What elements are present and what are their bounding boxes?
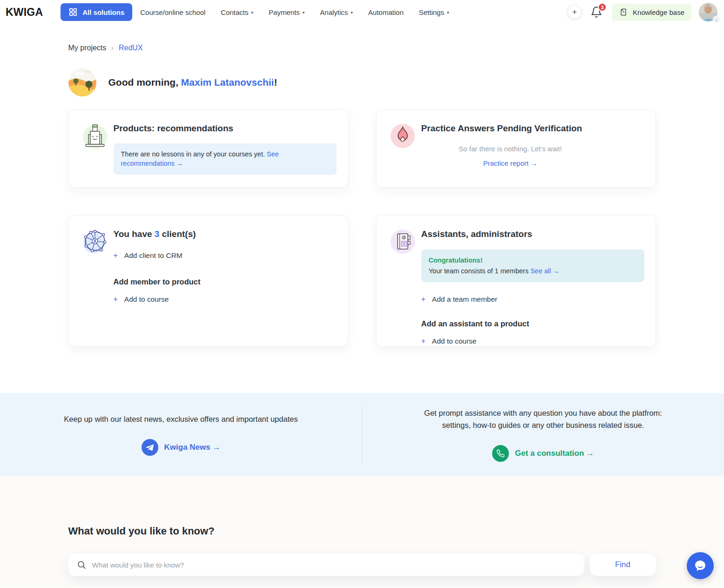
chat-widget-button[interactable] [687,552,714,579]
svg-text:a: a [623,10,624,13]
arrow-right-icon: → [530,159,537,167]
add-team-member-link[interactable]: + Add a team member [421,295,644,304]
phone-icon [492,445,509,462]
search-row: Find [68,554,656,576]
congratulations-alert: Congratulations! Your team consists of 1… [421,250,644,282]
chevron-down-icon: ▾ [251,10,254,15]
main-nav: Course/online school Contacts ▾ Payments… [140,8,449,16]
add-client-to-crm-link[interactable]: + Add client to CRM [114,251,337,260]
add-to-course-link[interactable]: + Add to course [421,337,644,345]
arrow-right-icon: → [586,449,594,458]
chat-bubble-icon [693,558,708,573]
add-member-subtitle: Add member to product [114,277,337,286]
assistants-card: @ Assistants, administrators Congratulat… [376,215,656,346]
user-name: Maxim Latanovschii [181,77,274,88]
notebook-icon: @ [388,227,418,257]
laptop-product-icon [80,121,110,151]
grid-icon [68,7,78,17]
kwiga-news-link[interactable]: Kwiga News → [142,439,221,456]
all-solutions-label: All solutions [82,8,124,16]
notifications-button[interactable]: 3 [590,6,602,18]
client-network-icon [80,227,110,257]
arrow-right-icon: → [176,160,183,167]
chevron-down-icon: ▾ [351,10,353,15]
nav-item-contacts[interactable]: Contacts ▾ [221,8,253,16]
kwiga-logo[interactable]: KWIGA [6,6,43,19]
promo-band: Keep up with our latest news, exclusive … [0,393,724,476]
arrow-right-icon: → [212,443,220,452]
get-consultation-label: Get a consultation → [515,449,594,458]
congratulations-title: Congratulations! [429,255,637,266]
practice-report-link[interactable]: Practice report → [483,159,538,167]
dashboard-cards: Products: recommendations There are no l… [68,109,656,346]
search-heading: What would you like to know? [68,476,656,537]
chevron-down-icon: ⌄ [713,16,720,23]
practice-answers-card: Practice Answers Pending Verification So… [376,109,656,188]
greeting-message: Good morning, Maxim Latanovschii! [108,77,277,88]
header-right-cluster: + 3 a Knowledge base [568,3,717,21]
plus-icon: + [114,295,118,304]
kwiga-news-label: Kwiga News → [164,443,221,452]
add-assistant-subtitle: Add an assistant to a product [421,319,644,328]
team-size-text: Your team consists of 1 members See all … [429,266,637,277]
add-button[interactable]: + [568,6,581,19]
card-title: Products: recommendations [114,121,337,134]
nav-item-analytics[interactable]: Analytics ▾ [320,8,353,16]
document-icon: a [619,7,628,17]
consultation-promo: Get prompt assistance with any question … [362,393,724,476]
morning-illustration-icon [68,68,96,96]
chevron-down-icon: ▾ [447,10,449,15]
greeting-row: Good morning, Maxim Latanovschii! [68,68,656,96]
breadcrumb-separator-icon: › [111,44,114,52]
card-title: You have 3 client(s) [114,227,337,239]
card-title: Assistants, administrators [421,227,644,239]
plus-icon: + [421,295,426,304]
find-button[interactable]: Find [590,554,656,576]
practice-empty-text: So far there is nothing. Let's wait! [388,145,633,153]
plus-icon: + [572,7,577,17]
news-promo: Keep up with our latest news, exclusive … [0,393,362,476]
breadcrumb-my-projects[interactable]: My projects [68,44,107,52]
consultation-promo-text: Get prompt assistance with any question … [424,407,662,432]
nav-item-course-online-school[interactable]: Course/online school [140,8,205,16]
top-navbar: KWIGA All solutions Course/online school… [0,0,724,24]
get-consultation-link[interactable]: Get a consultation → [492,445,594,462]
search-section: What would you like to know? Find [0,476,724,588]
all-solutions-button[interactable]: All solutions [61,3,132,21]
search-icon [77,560,86,569]
nav-item-settings[interactable]: Settings ▾ [419,8,449,16]
plus-icon: + [114,251,118,260]
svg-text:@: @ [402,236,406,239]
chevron-down-icon: ▾ [303,10,305,15]
news-promo-text: Keep up with our latest news, exclusive … [64,413,298,425]
practice-report-link-row: Practice report → [388,159,633,167]
telegram-icon [142,439,158,456]
breadcrumb: My projects › RedUX [68,44,656,52]
knowledge-base-button[interactable]: a Knowledge base [612,4,691,21]
knowledge-base-label: Knowledge base [633,8,684,16]
notification-badge: 3 [598,3,607,12]
nav-item-automation[interactable]: Automation [368,8,404,16]
products-alert: There are no lessons in any of your cour… [114,143,337,175]
plus-icon: + [421,337,426,345]
flame-icon [388,121,418,151]
add-to-course-link[interactable]: + Add to course [114,295,337,304]
products-recommendations-card: Products: recommendations There are no l… [68,109,348,188]
card-title: Practice Answers Pending Verification [421,121,644,134]
search-box [68,554,584,576]
search-input[interactable] [92,561,576,569]
avatar[interactable]: ⌄ [699,3,717,21]
client-count: 3 [155,229,160,239]
clients-card: You have 3 client(s) + Add client to CRM… [68,215,348,346]
arrow-right-icon: → [553,267,560,275]
see-all-link[interactable]: See all → [530,267,560,275]
breadcrumb-current-project[interactable]: RedUX [119,44,143,52]
nav-item-payments[interactable]: Payments ▾ [269,8,304,16]
